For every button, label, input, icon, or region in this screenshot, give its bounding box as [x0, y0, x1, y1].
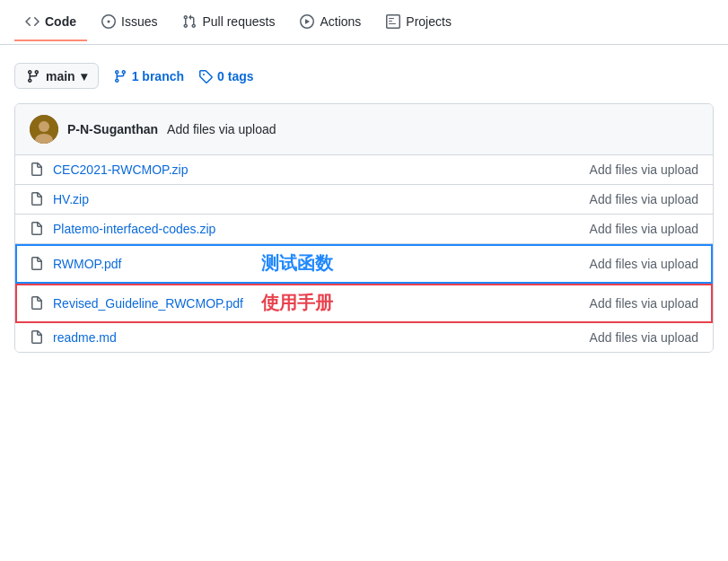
branch-bar: main ▾ 1 branch 0 tags	[14, 63, 714, 89]
file-row: HV.zipAdd files via upload	[15, 185, 713, 215]
tags-count: 0 tags	[217, 69, 253, 83]
file-chinese-label: 测试函数	[261, 251, 333, 276]
avatar	[30, 115, 58, 144]
issue-icon	[101, 14, 116, 29]
top-nav: Code Issues Pull requests Actions	[0, 0, 728, 45]
nav-pull-requests[interactable]: Pull requests	[171, 4, 285, 41]
file-commit-message: Add files via upload	[590, 330, 698, 345]
nav-code-label: Code	[45, 14, 76, 29]
file-name-link[interactable]: readme.md	[53, 330, 250, 345]
file-icon	[30, 192, 44, 206]
branches-icon	[113, 68, 127, 83]
branches-count: 1 branch	[132, 69, 184, 83]
commit-row: P-N-Suganthan Add files via upload	[15, 104, 713, 155]
file-commit-message: Add files via upload	[590, 222, 698, 236]
file-name-link[interactable]: HV.zip	[53, 192, 250, 206]
main-content: main ▾ 1 branch 0 tags	[0, 45, 728, 367]
nav-actions-label: Actions	[320, 14, 361, 29]
nav-projects-label: Projects	[406, 14, 452, 29]
file-rows-container: CEC2021-RWCMOP.zipAdd files via upload H…	[15, 155, 713, 352]
file-row: Platemo-interfaced-codes.zipAdd files vi…	[15, 215, 713, 244]
pr-icon	[182, 14, 197, 29]
branch-name: main	[46, 69, 75, 83]
file-commit-message: Add files via upload	[590, 296, 698, 311]
file-icon	[30, 330, 44, 345]
file-row: CEC2021-RWCMOP.zipAdd files via upload	[15, 155, 713, 185]
file-icon	[30, 222, 44, 236]
nav-projects[interactable]: Projects	[375, 4, 462, 41]
nav-issues[interactable]: Issues	[91, 4, 168, 41]
tag-icon	[198, 68, 213, 83]
file-icon	[30, 296, 44, 311]
file-row: RWMOP.pdf测试函数Add files via upload	[15, 244, 713, 284]
file-commit-message: Add files via upload	[590, 257, 698, 271]
branch-icon	[26, 68, 40, 83]
projects-icon	[386, 14, 400, 29]
file-name-link[interactable]: Revised_Guideline_RWCMOP.pdf	[53, 296, 250, 311]
tags-link[interactable]: 0 tags	[198, 68, 253, 83]
file-row: readme.mdAdd files via upload	[15, 323, 713, 352]
file-icon	[30, 257, 44, 271]
file-name-link[interactable]: Platemo-interfaced-codes.zip	[53, 222, 250, 236]
commit-author[interactable]: P-N-Suganthan	[67, 122, 158, 136]
commit-message: Add files via upload	[167, 122, 276, 136]
svg-point-1	[39, 121, 49, 132]
nav-actions[interactable]: Actions	[289, 4, 372, 41]
actions-icon	[300, 14, 314, 29]
nav-pr-label: Pull requests	[202, 14, 275, 29]
file-row: Revised_Guideline_RWCMOP.pdf使用手册Add file…	[15, 284, 713, 323]
chevron-down-icon: ▾	[81, 69, 87, 83]
file-commit-message: Add files via upload	[590, 162, 698, 177]
nav-code[interactable]: Code	[14, 4, 87, 41]
branches-link[interactable]: 1 branch	[113, 68, 184, 83]
file-chinese-label: 使用手册	[261, 291, 333, 315]
file-icon	[30, 162, 44, 177]
file-commit-message: Add files via upload	[590, 192, 698, 206]
file-name-link[interactable]: RWMOP.pdf	[53, 257, 250, 271]
file-name-link[interactable]: CEC2021-RWCMOP.zip	[53, 162, 250, 177]
file-table: P-N-Suganthan Add files via upload CEC20…	[14, 103, 714, 353]
nav-issues-label: Issues	[121, 14, 157, 29]
code-icon	[25, 14, 39, 29]
branch-selector[interactable]: main ▾	[14, 63, 99, 89]
